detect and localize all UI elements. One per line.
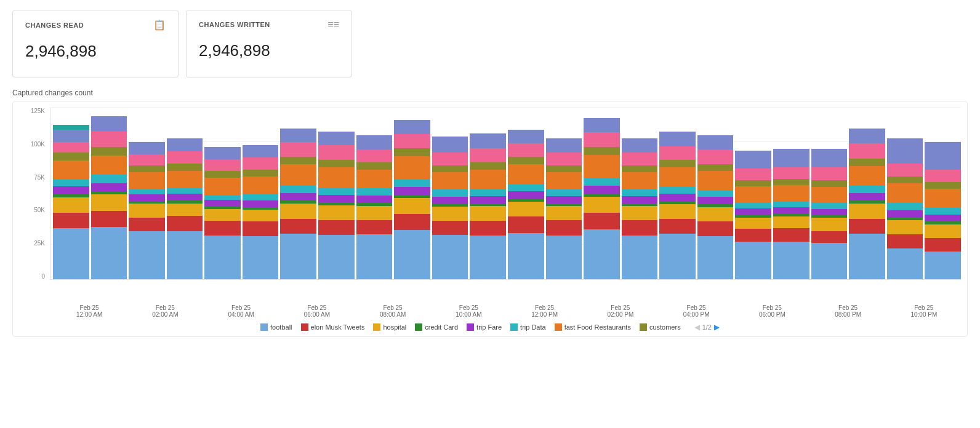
legend-elon[interactable]: elon Musk Tweets	[301, 323, 365, 331]
legend-page-indicator: 1/2	[702, 323, 712, 331]
bar-stack-6	[243, 145, 279, 279]
bar-stack-22	[849, 128, 885, 279]
x-time-3: 04:00 AM	[204, 311, 278, 318]
legend-trip-fare[interactable]: trip Fare	[467, 323, 502, 331]
bar-group-13	[508, 108, 544, 279]
legend-label-football: football	[270, 323, 292, 331]
legend-color-football	[260, 323, 268, 331]
bar-group-2	[91, 108, 127, 279]
bar-stack-19	[735, 151, 771, 279]
bar-group-24	[925, 108, 961, 279]
chart-section: Captured changes count 125K 100K 75K 50K…	[0, 84, 980, 343]
bar-stack-11	[432, 137, 468, 279]
segment-customers-1	[53, 153, 89, 160]
x-label-600pm: Feb 25 06:00 PM	[735, 304, 809, 318]
legend-customers[interactable]: customers	[640, 323, 681, 331]
legend-credit-card[interactable]: credit Card	[415, 323, 458, 331]
x-label-400am: Feb 25 04:00 AM	[204, 304, 278, 318]
x-label-1000am: Feb 25 10:00 AM	[432, 304, 505, 318]
segment-elon-1	[53, 213, 89, 228]
bar-group-5	[204, 108, 241, 279]
legend-color-hospital	[373, 323, 380, 331]
x-time-10: 06:00 PM	[735, 311, 809, 318]
bar-stack-17	[659, 132, 696, 279]
bar-group-18	[697, 108, 734, 279]
legend-prev-icon[interactable]: ◀	[694, 323, 700, 331]
bar-stack-16	[622, 138, 658, 279]
bar-stack-5	[204, 147, 241, 279]
bar-stack-24	[925, 142, 961, 279]
x-time-1: 12:00 AM	[52, 311, 126, 318]
bar-group-20	[773, 108, 809, 279]
y-label-25k: 25K	[34, 240, 45, 247]
y-label-100k: 100K	[31, 141, 45, 148]
changes-read-value: 2,946,898	[25, 42, 166, 61]
bar-group-14	[546, 108, 582, 279]
top-cards-section: CHANGES READ 📋 2,946,898 CHANGES WRITTEN…	[0, 0, 980, 84]
bar-group-19	[735, 108, 771, 279]
x-axis: Feb 25 12:00 AM Feb 25 02:00 AM Feb 25 0…	[19, 304, 961, 318]
bar-group-16	[622, 108, 658, 279]
x-label-800am: Feb 25 08:00 AM	[356, 304, 430, 318]
changes-written-title: CHANGES WRITTEN	[199, 21, 270, 28]
legend-label-fast-food: fast Food Restaurants	[564, 323, 631, 331]
y-axis: 125K 100K 75K 50K 25K 0	[19, 108, 49, 280]
bar-group-1	[53, 108, 89, 279]
bar-stack-20	[773, 149, 809, 279]
legend-label-customers: customers	[649, 323, 681, 331]
legend-football[interactable]: football	[260, 323, 292, 331]
bar-stack-4	[167, 138, 203, 279]
bar-stack-23	[887, 138, 923, 279]
x-date-7: Feb 25	[508, 304, 582, 311]
legend-trip-data[interactable]: trip Data	[510, 323, 546, 331]
changes-written-icon: ≡≡	[327, 19, 339, 30]
x-time-6: 10:00 AM	[432, 311, 505, 318]
y-label-125k: 125K	[31, 108, 45, 114]
bar-stack-8	[318, 132, 355, 279]
x-time-2: 02:00 AM	[128, 311, 202, 318]
bar-group-6	[243, 108, 279, 279]
legend-label-trip-data: trip Data	[520, 323, 546, 331]
bars-container	[50, 108, 961, 280]
segment-football-1	[53, 228, 89, 279]
legend-fast-food[interactable]: fast Food Restaurants	[555, 323, 631, 331]
chart-legend: football elon Musk Tweets hospital credi…	[19, 318, 961, 336]
x-date-8: Feb 25	[584, 304, 657, 311]
bar-stack-12	[470, 133, 506, 279]
segment-teal-1	[53, 125, 89, 130]
bar-stack-10	[394, 120, 430, 279]
x-date-1: Feb 25	[52, 304, 126, 311]
bar-group-23	[887, 108, 923, 279]
x-time-7: 12:00 PM	[508, 311, 582, 318]
y-label-0: 0	[41, 273, 45, 280]
changes-written-value: 2,946,898	[199, 41, 339, 60]
x-date-11: Feb 25	[811, 304, 885, 311]
bar-group-12	[470, 108, 506, 279]
legend-label-credit-card: credit Card	[425, 323, 458, 331]
bar-group-4	[167, 108, 203, 279]
x-date-5: Feb 25	[356, 304, 430, 311]
legend-pagination: ◀ 1/2 ▶	[694, 323, 720, 331]
x-label-400pm: Feb 25 04:00 PM	[659, 304, 733, 318]
x-label-200am: Feb 25 02:00 AM	[128, 304, 202, 318]
bar-group-15	[584, 108, 620, 279]
bar-stack-21	[811, 149, 848, 279]
segment-pink-1	[53, 142, 89, 153]
bar-group-7	[280, 108, 316, 279]
x-time-11: 08:00 PM	[811, 311, 885, 318]
legend-next-icon[interactable]: ▶	[714, 323, 720, 331]
bar-group-22	[849, 108, 885, 279]
legend-color-trip-fare	[467, 323, 474, 331]
legend-color-customers	[640, 323, 647, 331]
legend-hospital[interactable]: hospital	[373, 323, 406, 331]
chart-title: Captured changes count	[12, 89, 968, 97]
y-label-75k: 75K	[34, 174, 45, 181]
changes-read-card: CHANGES READ 📋 2,946,898	[12, 10, 179, 77]
x-date-12: Feb 25	[887, 304, 961, 311]
segment-tripdata-1	[53, 179, 89, 187]
legend-label-elon: elon Musk Tweets	[311, 323, 365, 331]
segment-tripfare-1	[53, 186, 89, 194]
changes-read-icon: 📋	[153, 19, 166, 31]
x-time-9: 04:00 PM	[659, 311, 733, 318]
x-time-8: 02:00 PM	[584, 311, 657, 318]
